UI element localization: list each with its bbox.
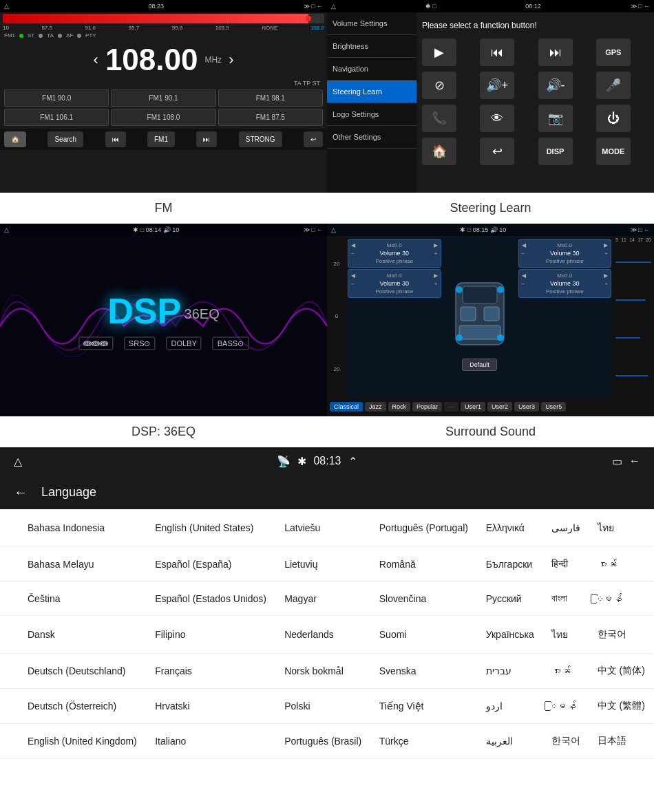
lang-table-row[interactable]: Bahasa IndonesiaEnglish (United States)L… xyxy=(0,509,654,547)
lang-table-cell[interactable]: Dansk xyxy=(0,616,147,654)
lang-table-cell[interactable]: Español (España) xyxy=(147,547,276,581)
surround-speaker-fr[interactable]: ◀ Ms0.0 ▶ − Volume 30 + Positive phrase xyxy=(518,239,612,268)
lang-table-cell[interactable]: العربية xyxy=(478,724,543,759)
st-home-button[interactable]: 🏠 xyxy=(422,138,456,165)
lang-table-cell[interactable]: فارسی xyxy=(543,509,589,547)
surround-tab-user3[interactable]: User3 xyxy=(514,402,539,412)
dsp-icon-bass[interactable]: BASS⊙ xyxy=(213,337,249,350)
st-view-button[interactable]: 👁 xyxy=(480,105,514,132)
sidebar-brightness[interactable]: Brightness xyxy=(327,35,416,58)
surround-speaker-rl[interactable]: ◀ Ms0.0 ▶ − Volume 30 + Positive phrase xyxy=(348,269,441,298)
lang-table-cell[interactable]: বাংলা xyxy=(543,581,589,616)
fm-preset-5[interactable]: FM1 108.0 xyxy=(111,109,215,126)
st-mic-button[interactable]: 🎤 xyxy=(596,72,631,99)
surround-tab-classical[interactable]: Classical xyxy=(330,402,363,412)
sidebar-navigation[interactable]: Navigation xyxy=(327,58,416,81)
lang-back-button[interactable]: ← xyxy=(14,484,28,500)
st-next-button[interactable]: ⏭ xyxy=(538,39,573,66)
lang-table-cell[interactable]: עברית xyxy=(478,654,543,689)
lang-table-cell[interactable]: Suomi xyxy=(371,616,478,654)
lang-table-cell[interactable]: Nederlands xyxy=(276,616,371,654)
lang-table-row[interactable]: Deutsch (Österreich)HrvatskiPolskiTiếng … xyxy=(0,689,654,724)
lang-table-row[interactable]: Bahasa MelayuEspañol (España)LietuviųRom… xyxy=(0,547,654,581)
st-gps-button[interactable]: GPS xyxy=(596,39,631,66)
st-power-button[interactable]: ⏻ xyxy=(596,105,631,132)
lang-table-cell[interactable]: हिन्दी xyxy=(543,547,589,581)
lang-table-cell[interactable]: Svenska xyxy=(371,654,478,689)
lang-table-cell[interactable]: Bahasa Melayu xyxy=(0,547,147,581)
lang-table-cell[interactable]: Русский xyxy=(478,581,543,616)
st-no-button[interactable]: ⊘ xyxy=(422,72,456,99)
lang-table-cell[interactable]: Filipino xyxy=(147,616,276,654)
lang-table-cell[interactable]: ไทย xyxy=(589,509,654,547)
lang-table-row[interactable]: Deutsch (Deutschland)FrançaisNorsk bokmå… xyxy=(0,654,654,689)
lang-table-cell[interactable]: Deutsch (Deutschland) xyxy=(0,654,147,689)
fm-rew-button[interactable]: ⏮ xyxy=(105,131,126,147)
lang-table-cell[interactable]: Magyar xyxy=(276,581,371,616)
fm-search-button[interactable]: Search xyxy=(48,131,83,147)
lang-table-cell[interactable]: Ελληνικά xyxy=(478,509,543,547)
surround-default-button[interactable]: Default xyxy=(462,359,497,371)
surround-tab-user1[interactable]: User1 xyxy=(461,402,485,412)
st-mode-button[interactable]: MODE xyxy=(596,138,631,165)
lang-table-cell[interactable]: Lietuvių xyxy=(276,547,371,581)
surround-speaker-rr[interactable]: ◀ Ms0.0 ▶ − Volume 30 + Positive phrase xyxy=(518,269,612,298)
fm-preset-3[interactable]: FM1 98.1 xyxy=(218,89,323,107)
surround-speaker-fl[interactable]: ◀ Ms0.0 ▶ − Volume 30 + Positive phrase xyxy=(348,239,441,268)
lang-table-row[interactable]: English (United Kingdom)ItalianoPortuguê… xyxy=(0,724,654,759)
st-vol-down-button[interactable]: 🔊- xyxy=(538,72,573,99)
st-play-button[interactable]: ▶ xyxy=(422,39,456,66)
lang-table-cell[interactable]: ၵၢၼ် xyxy=(543,654,589,689)
fm-fwd-button[interactable]: ⏭ xyxy=(196,131,217,147)
surround-tab-rock[interactable]: Rock xyxy=(388,402,411,412)
st-camera-button[interactable]: 📷 xyxy=(538,105,573,132)
lang-table-cell[interactable]: ြမန် xyxy=(543,689,589,724)
fm-preset-2[interactable]: FM1 90.1 xyxy=(111,89,215,107)
lang-table-cell[interactable]: Polski xyxy=(276,689,371,724)
fm-strong-button[interactable]: STRONG xyxy=(239,131,282,147)
lang-table-cell[interactable]: Türkçe xyxy=(371,724,478,759)
surround-tab-user2[interactable]: User2 xyxy=(487,402,512,412)
lang-table-row[interactable]: ČeštinaEspañol (Estados Unidos)MagyarSlo… xyxy=(0,581,654,616)
lang-table-cell[interactable]: 한국어 xyxy=(543,724,589,759)
fm-prev-button[interactable]: ‹ xyxy=(94,51,98,69)
st-prev-button[interactable]: ⏮ xyxy=(480,39,514,66)
fm-back-button[interactable]: ↩ xyxy=(304,131,323,147)
lang-table-cell[interactable]: Latviešu xyxy=(276,509,371,547)
lang-table-cell[interactable]: Bahasa Indonesia xyxy=(0,509,147,547)
fm-fm1-button[interactable]: FM1 xyxy=(147,131,175,147)
lang-table-cell[interactable]: 한국어 xyxy=(589,616,654,654)
fm-next-button[interactable]: › xyxy=(229,51,233,69)
lang-table-cell[interactable]: اردو xyxy=(478,689,543,724)
dsp-icon-dolby[interactable]: DOLBY xyxy=(166,337,201,350)
sidebar-other-settings[interactable]: Other Settings xyxy=(327,126,416,149)
lang-table-cell[interactable]: English (United Kingdom) xyxy=(0,724,147,759)
sidebar-steering-learn[interactable]: Steering Learn xyxy=(327,81,416,103)
lang-table-cell[interactable]: Tiếng Việt xyxy=(371,689,478,724)
lang-table-row[interactable]: DanskFilipinoNederlandsSuomiУкраїнськаไท… xyxy=(0,616,654,654)
sidebar-volume-settings[interactable]: Volume Settings xyxy=(327,12,416,35)
lang-table-cell[interactable]: Norsk bokmål xyxy=(276,654,371,689)
lang-table-cell[interactable]: Română xyxy=(371,547,478,581)
fm-preset-6[interactable]: FM1 87.5 xyxy=(218,109,323,126)
st-back-button[interactable]: ↩ xyxy=(480,138,514,165)
lang-table-cell[interactable]: Čeština xyxy=(0,581,147,616)
fm-preset-1[interactable]: FM1 90.0 xyxy=(4,89,109,107)
st-call-button[interactable]: 📞 xyxy=(422,105,456,132)
lang-table-cell[interactable]: Deutsch (Österreich) xyxy=(0,689,147,724)
lang-table-cell[interactable]: 中文 (简体) xyxy=(589,654,654,689)
lang-table-cell[interactable]: Українська xyxy=(478,616,543,654)
lang-table-cell[interactable]: Português (Portugal) xyxy=(371,509,478,547)
lang-table-cell[interactable]: Español (Estados Unidos) xyxy=(147,581,276,616)
lang-table-cell[interactable]: Italiano xyxy=(147,724,276,759)
lang-table-cell[interactable]: English (United States) xyxy=(147,509,276,547)
fm-preset-4[interactable]: FM1 106.1 xyxy=(4,109,109,126)
lang-table-cell[interactable]: Български xyxy=(478,547,543,581)
lang-table-cell[interactable]: 日本語 xyxy=(589,724,654,759)
lang-table-cell[interactable]: Hrvatski xyxy=(147,689,276,724)
lang-table-cell[interactable]: Slovenčina xyxy=(371,581,478,616)
fm-progress-bar[interactable] xyxy=(3,14,324,23)
lang-table-cell[interactable]: Français xyxy=(147,654,276,689)
surround-tab-popular[interactable]: Popular xyxy=(412,402,442,412)
sidebar-logo-settings[interactable]: Logo Settings xyxy=(327,103,416,126)
